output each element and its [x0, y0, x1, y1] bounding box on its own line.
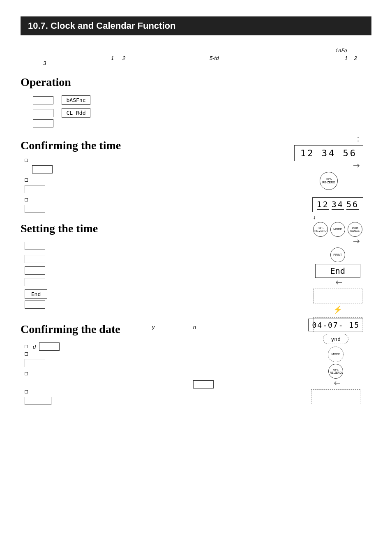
setting-time-device: 12 34 56 ↓ +0/T- RE-ZERO MODE 1/10d RAN — [312, 197, 363, 332]
date-middle-box — [193, 380, 214, 390]
date-bullet2 — [25, 352, 28, 356]
confirm-time-device: : 12 34 56 +0/T- RE-ZERO — [294, 135, 363, 190]
lcd-time: 12 34 56 — [294, 145, 363, 161]
op-btn1[interactable] — [33, 96, 53, 104]
col1-num1: 1 — [111, 55, 114, 61]
set-btn2[interactable] — [25, 255, 45, 263]
confirming-date-section: Confirming the date d y n — [21, 323, 371, 407]
cursor-indicator: ↓ — [313, 214, 316, 220]
end-lcd-text: End — [330, 266, 345, 276]
set-btn5[interactable] — [25, 301, 45, 309]
rezero-btn2[interactable]: +0/T- RE-ZERO — [313, 222, 328, 237]
date-bullet3 — [25, 372, 28, 375]
btn-row1: +0/T- RE-ZERO MODE 1/10d RANGE — [313, 222, 362, 237]
date-bullet1 — [25, 345, 28, 348]
header-title: 10.7. Clock and Calendar Function — [28, 21, 175, 31]
colon-symbol: : — [357, 135, 359, 143]
setting-time-section: Setting the time End — [21, 222, 371, 310]
person-icon: ⚡ — [333, 305, 342, 314]
end-lcd: End — [315, 264, 360, 278]
bullet3 — [25, 198, 28, 201]
rezero-btn3-label: +0/T- RE-ZERO — [330, 368, 342, 374]
mode-btn1[interactable]: MODE — [330, 222, 345, 237]
confirm-btn2[interactable] — [25, 185, 45, 193]
set-btn4[interactable] — [25, 278, 45, 286]
digit-34: 34 — [332, 199, 344, 210]
date-btn3[interactable] — [193, 380, 214, 388]
bullet1 — [25, 159, 28, 162]
print-btn-label: PRINT — [333, 253, 342, 257]
operation-row2: CL Rdd — [33, 108, 371, 118]
op-display2: CL Rdd — [62, 108, 90, 118]
confirm-btn1[interactable] — [32, 165, 53, 173]
digit-56: 56 — [346, 199, 359, 210]
operation-row1: bASFnc — [33, 95, 371, 105]
op-display1: bASFnc — [62, 95, 90, 105]
rezero-btn3[interactable]: +0/T- RE-ZERO — [328, 364, 343, 379]
top-columns: 1 2 5-td inFo 1 2 3 — [21, 48, 371, 68]
end-box: End — [25, 289, 47, 299]
op-btn3[interactable] — [33, 119, 53, 127]
date-dashed-box — [311, 389, 360, 404]
range-btn-label: 1/10d RANGE — [350, 227, 360, 232]
y-label: y — [152, 324, 155, 330]
arrow-left2 — [331, 380, 340, 388]
lcd-set-display: 12 34 56 — [312, 197, 363, 212]
op-btn2[interactable] — [33, 109, 53, 117]
digit-12: 12 — [317, 199, 329, 210]
arrow-right2 — [353, 238, 362, 246]
info-label: inFo — [335, 48, 347, 53]
n-label: n — [193, 324, 196, 330]
rezero-btn2-label: +0/T- RE-ZERO — [314, 227, 326, 232]
set-btn3[interactable] — [25, 266, 45, 275]
rezero-btn1[interactable]: +0/T- RE-ZERO — [320, 172, 338, 190]
mode-btn2[interactable]: MODE — [328, 347, 344, 362]
bullet2 — [25, 178, 28, 182]
date-bullet4 — [25, 390, 28, 393]
dashed-box1 — [313, 289, 362, 303]
print-btn[interactable]: PRINT — [330, 247, 345, 262]
col3-num1: 1 — [345, 55, 348, 61]
date-btn1[interactable] — [39, 342, 60, 351]
date-btn2[interactable] — [25, 359, 45, 367]
page: 10.7. Clock and Calendar Function 1 2 5-… — [0, 0, 392, 555]
date-btn4[interactable] — [25, 397, 51, 405]
operation-row3 — [33, 119, 371, 129]
col2-label: 5-td — [210, 55, 219, 61]
operation-section: Operation bASFnc CL Rdd — [21, 76, 371, 129]
mode-btn1-label: MODE — [333, 228, 342, 231]
rezero-btn1-label: +0/T- RE-ZERO — [322, 178, 335, 184]
arrow-right1 — [353, 163, 362, 170]
confirm-date-device: 04-07- 15 ynd MODE +0/T- RE-ZERO — [308, 319, 363, 404]
operation-title: Operation — [21, 76, 371, 89]
confirm-btn3[interactable] — [25, 205, 45, 213]
section-header: 10.7. Clock and Calendar Function — [21, 16, 371, 35]
range-btn[interactable]: 1/10d RANGE — [348, 222, 362, 237]
col3-num2: 2 — [354, 55, 357, 61]
lcd-date: 04-07- 15 — [308, 319, 363, 331]
ynd-btn[interactable]: ynd — [323, 334, 348, 344]
set-btn1[interactable] — [25, 242, 45, 250]
col1-num2: 2 — [122, 55, 125, 61]
d-label: d — [33, 344, 36, 350]
row2-label: 3 — [43, 60, 46, 66]
arrow-left1 — [334, 280, 342, 287]
mode-btn2-label: MODE — [332, 353, 340, 356]
